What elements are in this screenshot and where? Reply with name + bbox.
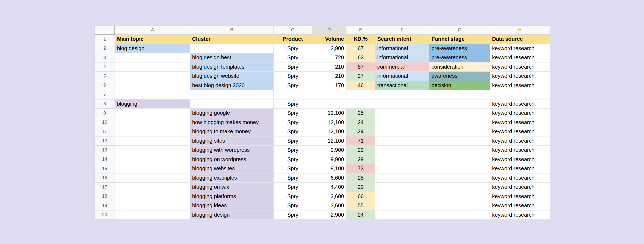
cell-C17[interactable]: Spry [274,183,312,192]
cell-A16[interactable] [115,173,190,183]
row-header-12[interactable]: 12 [95,136,115,146]
cell-B2[interactable] [190,44,274,53]
cell-D3[interactable]: 720 [312,53,346,62]
cell-B10[interactable]: how blogging makes money [190,118,274,127]
cell-C6[interactable]: Spry [274,81,312,90]
cell-A5[interactable] [115,72,190,81]
cell-D6[interactable]: 170 [312,81,346,90]
cell-A4[interactable] [115,62,190,72]
cell-C1[interactable]: Product [274,35,312,44]
cell-H13[interactable]: keyword research [490,146,550,155]
cell-B4[interactable]: blog design templates [190,62,274,72]
cell-G17[interactable] [429,183,490,192]
cell-B5[interactable]: blog design website [190,72,274,81]
cell-A11[interactable] [115,127,190,136]
cell-G1[interactable]: Funnel stage [429,35,490,44]
cell-B6[interactable]: best blog design 2020 [190,81,274,90]
cell-D4[interactable]: 210 [312,62,346,72]
cell-B9[interactable]: blogging google [190,109,274,118]
cell-F20[interactable] [375,210,429,220]
cell-F12[interactable] [375,136,429,146]
cell-D16[interactable]: 6,600 [312,173,346,183]
cell-G14[interactable] [429,155,490,164]
cell-F7[interactable] [375,90,429,99]
cell-F9[interactable] [375,109,429,118]
cell-C7[interactable] [274,90,312,99]
cell-F13[interactable] [375,146,429,155]
cell-F3[interactable]: informational [375,53,429,62]
cell-G6[interactable]: decision [429,81,490,90]
cell-A20[interactable] [115,210,190,220]
cell-B20[interactable]: blogging design [190,210,274,220]
cell-C8[interactable]: Spry [274,99,312,109]
row-header-17[interactable]: 17 [95,183,115,192]
cell-A7[interactable] [115,90,190,99]
cell-B11[interactable]: blogging to make money [190,127,274,136]
cell-H17[interactable]: keyword research [490,183,550,192]
cell-F19[interactable] [375,201,429,210]
cell-E11[interactable]: 24 [346,127,375,136]
cell-A3[interactable] [115,53,190,62]
cell-C11[interactable]: Spry [274,127,312,136]
cell-E3[interactable]: 62 [346,53,375,62]
cell-F6[interactable]: transactional [375,81,429,90]
cell-G2[interactable]: pre-awareness [429,44,490,53]
cell-G20[interactable] [429,210,490,220]
cell-G7[interactable] [429,90,490,99]
cell-G11[interactable] [429,127,490,136]
cell-C18[interactable]: Spry [274,192,312,201]
row-header-18[interactable]: 18 [95,192,115,201]
cell-A18[interactable] [115,192,190,201]
cell-D19[interactable]: 3,600 [312,201,346,210]
cell-G16[interactable] [429,173,490,183]
column-header-C[interactable]: C [274,26,312,35]
cell-A1[interactable]: Main topic [115,35,190,44]
column-header-G[interactable]: G [429,26,490,35]
cell-E13[interactable]: 29 [346,146,375,155]
cell-G13[interactable] [429,146,490,155]
cell-G5[interactable]: awareness [429,72,490,81]
cell-D2[interactable]: 2,900 [312,44,346,53]
cell-H2[interactable]: keyword research [490,44,550,53]
cell-B15[interactable]: blogging websites [190,164,274,173]
cell-C19[interactable]: Spry [274,201,312,210]
cell-D12[interactable]: 12,100 [312,136,346,146]
cell-C10[interactable]: Spry [274,118,312,127]
cell-E17[interactable]: 20 [346,183,375,192]
select-all-corner[interactable] [95,26,115,35]
column-header-D[interactable]: D [312,26,346,35]
column-header-E[interactable]: E [346,26,375,35]
row-header-4[interactable]: 4 [95,62,115,72]
cell-C9[interactable]: Spry [274,109,312,118]
cell-C4[interactable]: Spry [274,62,312,72]
cell-E2[interactable]: 67 [346,44,375,53]
cell-D13[interactable]: 9,900 [312,146,346,155]
row-header-8[interactable]: 8 [95,99,115,109]
cell-E8[interactable] [346,99,375,109]
cell-E12[interactable]: 71 [346,136,375,146]
cell-G9[interactable] [429,109,490,118]
cell-A15[interactable] [115,164,190,173]
cell-E5[interactable]: 27 [346,72,375,81]
cell-D8[interactable] [312,99,346,109]
cell-A8[interactable]: blogging [115,99,190,109]
row-header-13[interactable]: 13 [95,146,115,155]
cell-E6[interactable]: 46 [346,81,375,90]
column-header-F[interactable]: F [375,26,429,35]
cell-G12[interactable] [429,136,490,146]
row-header-14[interactable]: 14 [95,155,115,164]
cell-F1[interactable]: Search intent [375,35,429,44]
cell-F8[interactable] [375,99,429,109]
cell-H9[interactable]: keyword research [490,109,550,118]
row-header-16[interactable]: 16 [95,173,115,183]
cell-H5[interactable]: keyword research [490,72,550,81]
cell-C16[interactable]: Spry [274,173,312,183]
cell-E14[interactable]: 29 [346,155,375,164]
cell-H4[interactable]: keyword research [490,62,550,72]
cell-H1[interactable]: Data source [490,35,550,44]
cell-A14[interactable] [115,155,190,164]
cell-E7[interactable] [346,90,375,99]
cell-C3[interactable]: Spry [274,53,312,62]
cell-G19[interactable] [429,201,490,210]
cell-C14[interactable]: Spry [274,155,312,164]
